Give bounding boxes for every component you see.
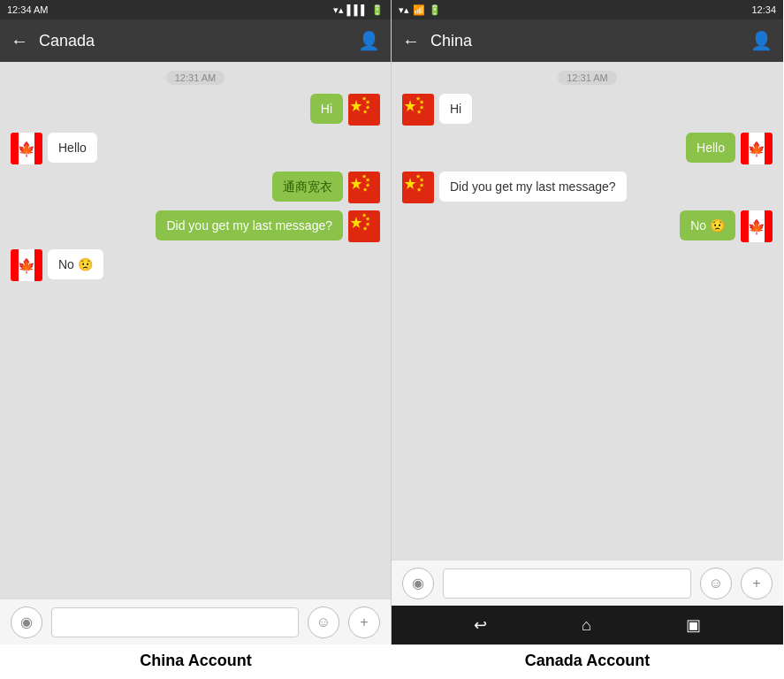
flag-china: [402, 172, 434, 203]
chat-title-left: Canada: [39, 32, 358, 50]
back-nav-icon[interactable]: ↩: [474, 615, 487, 635]
emoji-icon-right: ☺: [709, 576, 723, 591]
bottom-bar-right: ◉ ☺ +: [392, 560, 783, 606]
title-bar-right: ← China 👤: [392, 19, 783, 62]
title-bar-left: ← Canada 👤: [0, 19, 391, 62]
bubble-hi-right: Hi: [439, 94, 472, 124]
chat-area-left: 12:31 AM Hi: [0, 62, 391, 599]
bubble-hello-left: Hello: [48, 133, 97, 163]
status-bar-right: ▾▴ 📶 🔋 12:34: [392, 0, 783, 19]
message-row: 🍁 Hello: [402, 133, 773, 164]
flag-china: [348, 172, 380, 203]
battery-icon-right: 🔋: [429, 4, 441, 16]
message-row: 通商宽衣: [11, 172, 380, 203]
message-row: 🍁 Hello: [11, 133, 380, 164]
voice-icon-left: ◉: [20, 614, 33, 630]
message-row: 🍁 No 😟: [402, 210, 773, 242]
flag-china: [402, 94, 434, 126]
add-icon-right: +: [752, 576, 760, 591]
chat-area-right: 12:31 AM Hi: [392, 62, 783, 560]
message-row: Hi: [402, 94, 773, 126]
add-button-right[interactable]: +: [741, 568, 773, 599]
chat-title-right: China: [430, 32, 750, 50]
time-left: 12:34 AM: [7, 4, 48, 15]
signal-icon-right: 📶: [413, 4, 425, 16]
flag-china: [348, 94, 380, 126]
back-button-left[interactable]: ←: [11, 31, 28, 51]
add-icon-left: +: [360, 614, 368, 630]
flag-canada: 🍁: [11, 249, 42, 281]
status-bar-left: 12:34 AM ▾▴ ▌▌▌ 🔋: [0, 0, 391, 19]
voice-button-left[interactable]: ◉: [11, 607, 42, 638]
bubble-no-left: No 😟: [48, 249, 103, 279]
svg-text:🍁: 🍁: [18, 257, 35, 274]
text-input-left[interactable]: [51, 607, 299, 637]
status-icons-left: ▾▴ ▌▌▌ 🔋: [333, 4, 384, 16]
battery-icon-left: 🔋: [371, 4, 384, 16]
timestamp-right: 12:31 AM: [558, 71, 616, 85]
profile-icon-right[interactable]: 👤: [750, 30, 773, 51]
signal-icon-left: ▌▌▌: [347, 4, 368, 15]
add-button-left[interactable]: +: [348, 607, 380, 638]
right-label: Canada Account: [392, 645, 783, 679]
svg-rect-23: [34, 249, 42, 281]
flag-canada: 🍁: [11, 133, 42, 164]
message-row: Hi: [11, 94, 380, 126]
svg-text:🍁: 🍁: [18, 141, 35, 157]
left-label: China Account: [0, 645, 392, 679]
bubble-didyouget-right: Did you get my last message?: [439, 172, 627, 202]
svg-rect-7: [34, 133, 42, 164]
labels-row: China Account Canada Account: [0, 645, 784, 679]
flag-canada: 🍁: [741, 133, 773, 164]
recent-nav-icon[interactable]: ▣: [686, 615, 701, 635]
android-nav: ↩ ⌂ ▣: [392, 606, 783, 645]
back-button-right[interactable]: ←: [402, 31, 420, 51]
wifi-icon-left: ▾▴: [333, 4, 344, 16]
bubble-no-right: No 😟: [680, 210, 735, 240]
flag-canada: 🍁: [741, 210, 773, 242]
bubble-hello-right: Hello: [686, 133, 735, 163]
text-input-right[interactable]: [443, 568, 691, 599]
voice-button-right[interactable]: ◉: [402, 568, 434, 599]
bubble-hi-left: Hi: [310, 94, 343, 124]
message-row: 🍁 No 😟: [11, 249, 380, 281]
time-right: 12:34: [751, 4, 776, 15]
bubble-chinese-left: 通商宽衣: [272, 172, 343, 202]
svg-text:🍁: 🍁: [748, 141, 765, 157]
svg-text:🍁: 🍁: [748, 218, 765, 235]
left-phone: 12:34 AM ▾▴ ▌▌▌ 🔋 ← Canada 👤 12:31 AM: [0, 0, 392, 645]
status-icons-right: ▾▴ 📶 🔋: [399, 4, 441, 16]
svg-rect-43: [765, 210, 773, 242]
bubble-didyouget-left: Did you get my last message?: [156, 210, 343, 240]
bottom-bar-left: ◉ ☺ +: [0, 599, 391, 645]
wifi-icon-right: ▾▴: [399, 4, 409, 16]
emoji-icon-left: ☺: [316, 614, 331, 630]
right-phone: ▾▴ 📶 🔋 12:34 ← China 👤 12:31 AM: [392, 0, 783, 645]
voice-icon-right: ◉: [412, 575, 424, 591]
home-nav-icon[interactable]: ⌂: [582, 616, 591, 635]
message-row: Did you get my last message?: [402, 172, 773, 203]
message-row: Did you get my last message?: [11, 210, 380, 242]
timestamp-left: 12:31 AM: [166, 71, 225, 85]
emoji-button-right[interactable]: ☺: [700, 568, 732, 599]
svg-rect-33: [765, 133, 773, 164]
emoji-button-left[interactable]: ☺: [308, 607, 339, 638]
profile-icon-left[interactable]: 👤: [358, 30, 380, 51]
flag-china: [348, 210, 380, 242]
